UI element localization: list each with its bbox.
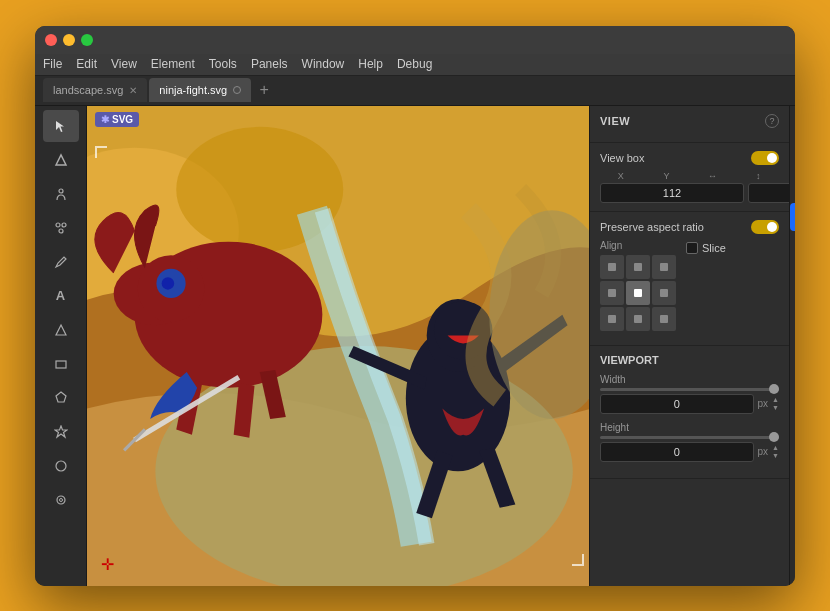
viewbox-y-input[interactable] (748, 183, 795, 203)
align-tl[interactable] (600, 255, 624, 279)
width-input[interactable] (600, 394, 754, 414)
width-step-up[interactable]: ▲ (772, 396, 779, 403)
x-label: X (600, 171, 642, 181)
right-tool-view[interactable] (790, 203, 795, 231)
tool-select[interactable] (43, 110, 79, 142)
tool-group[interactable] (43, 212, 79, 244)
right-tool-mask[interactable] (790, 327, 795, 355)
right-tool-layers[interactable] (790, 172, 795, 200)
align-br-dot (660, 315, 668, 323)
menu-edit[interactable]: Edit (76, 57, 97, 71)
menu-help[interactable]: Help (358, 57, 383, 71)
tool-spiral[interactable] (43, 484, 79, 516)
right-tool-1[interactable] (790, 110, 795, 138)
align-mc-dot (634, 289, 642, 297)
par-toggle[interactable] (751, 220, 779, 234)
minimize-button[interactable] (63, 34, 75, 46)
width-slider-row (600, 388, 779, 391)
slice-label: Slice (702, 242, 726, 254)
width-label: Width (600, 374, 779, 385)
svg-rect-4 (56, 361, 66, 368)
align-tc[interactable] (626, 255, 650, 279)
right-tool-move[interactable] (790, 234, 795, 262)
svg-point-0 (59, 189, 63, 193)
height-input[interactable] (600, 442, 754, 462)
menu-tools[interactable]: Tools (209, 57, 237, 71)
align-mc[interactable] (626, 281, 650, 305)
height-slider-thumb (769, 432, 779, 442)
tool-rect[interactable] (43, 348, 79, 380)
tool-star[interactable] (43, 416, 79, 448)
help-icon[interactable]: ? (765, 114, 779, 128)
viewbox-toggle-row: View box (600, 151, 779, 165)
menu-debug[interactable]: Debug (397, 57, 432, 71)
align-mr[interactable] (652, 281, 676, 305)
tab-ninja[interactable]: ninja-fight.svg (149, 78, 251, 102)
right-tool-text[interactable] (790, 265, 795, 293)
height-slider[interactable] (600, 436, 779, 439)
tab-landscape-close[interactable]: ✕ (129, 85, 137, 96)
tool-pencil[interactable] (43, 246, 79, 278)
crosshair-indicator: ✛ (101, 555, 114, 574)
slice-checkbox[interactable] (686, 242, 698, 254)
viewbox-toggle[interactable] (751, 151, 779, 165)
menu-file[interactable]: File (43, 57, 62, 71)
align-bl-dot (608, 315, 616, 323)
right-panels: VIEW ? View box X Y ↔ (589, 106, 795, 586)
svg-illustration (87, 106, 589, 586)
tab-landscape[interactable]: landscape.svg ✕ (43, 78, 147, 102)
height-step-up[interactable]: ▲ (772, 444, 779, 451)
menu-element[interactable]: Element (151, 57, 195, 71)
menu-panels[interactable]: Panels (251, 57, 288, 71)
tool-node[interactable] (43, 144, 79, 176)
align-br[interactable] (652, 307, 676, 331)
view-panel-header-section: VIEW ? (590, 106, 789, 143)
tab-ninja-label: ninja-fight.svg (159, 84, 227, 96)
right-tool-fill[interactable] (790, 358, 795, 386)
width-step-down[interactable]: ▼ (772, 404, 779, 411)
maximize-button[interactable] (81, 34, 93, 46)
align-grid (600, 255, 676, 331)
height-input-row: px ▲ ▼ (600, 442, 779, 462)
tool-triangle[interactable] (43, 314, 79, 346)
svg-badge-label: SVG (112, 114, 133, 125)
svg-point-1 (56, 223, 60, 227)
tool-text[interactable]: A (43, 280, 79, 312)
align-ml[interactable] (600, 281, 624, 305)
tool-person[interactable] (43, 178, 79, 210)
app-window: File Edit View Element Tools Panels Wind… (35, 26, 795, 586)
y-label: Y (646, 171, 688, 181)
view-panel-title: VIEW (600, 115, 630, 127)
menu-view[interactable]: View (111, 57, 137, 71)
viewport-title: Viewport (600, 354, 779, 366)
right-tool-list[interactable] (790, 296, 795, 324)
canvas-corner-br (572, 554, 584, 566)
tab-add-button[interactable]: + (253, 79, 275, 101)
right-tool-export[interactable] (790, 389, 795, 417)
tab-bar: landscape.svg ✕ ninja-fight.svg + (35, 76, 795, 106)
align-bl[interactable] (600, 307, 624, 331)
tab-landscape-label: landscape.svg (53, 84, 123, 96)
view-panel: VIEW ? View box X Y ↔ (589, 106, 789, 586)
align-tc-dot (634, 263, 642, 271)
width-unit: px (758, 398, 769, 409)
viewbox-x-input[interactable] (600, 183, 744, 203)
w-label: ↔ (692, 171, 734, 181)
align-tr[interactable] (652, 255, 676, 279)
width-slider[interactable] (600, 388, 779, 391)
height-step-down[interactable]: ▼ (772, 452, 779, 459)
align-bc[interactable] (626, 307, 650, 331)
canvas-content: ✱ SVG ✛ (87, 106, 589, 586)
par-toggle-row: Preserve aspect ratio (600, 220, 779, 234)
tool-ellipse[interactable] (43, 450, 79, 482)
align-ml-dot (608, 289, 616, 297)
menu-window[interactable]: Window (302, 57, 345, 71)
width-field-row: Width px ▲ ▼ (600, 374, 779, 414)
tool-polygon[interactable] (43, 382, 79, 414)
close-button[interactable] (45, 34, 57, 46)
coords-row (600, 183, 779, 203)
svg-point-7 (59, 498, 62, 501)
canvas-area[interactable]: ✱ SVG ✛ (87, 106, 589, 586)
svg-point-3 (59, 229, 63, 233)
right-tool-2[interactable] (790, 141, 795, 169)
